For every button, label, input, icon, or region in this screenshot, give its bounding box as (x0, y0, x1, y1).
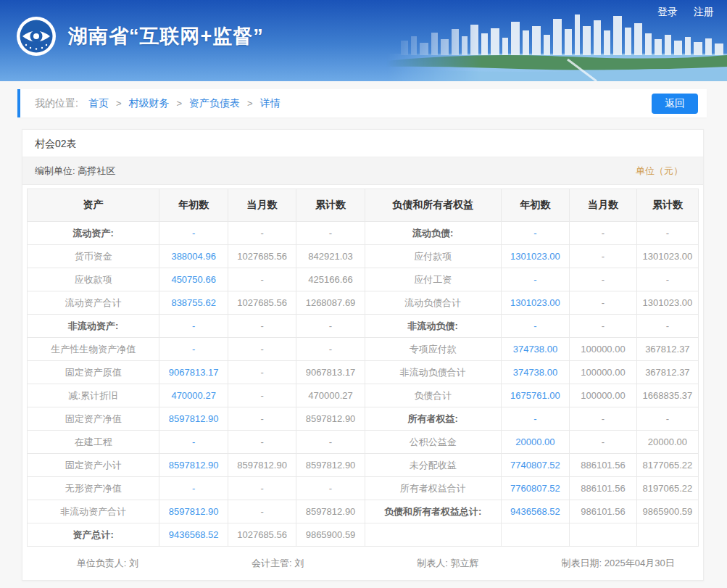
login-link[interactable]: 登录 (657, 6, 678, 17)
breadcrumb-separator: > (176, 98, 182, 109)
table-cell: - (228, 222, 296, 245)
table-cell: 9865900.59 (296, 523, 365, 547)
sheet-footer: 单位负责人: 刘会计主管: 刘制表人: 郭立辉制表日期: 2025年04月30日 (22, 547, 703, 580)
column-header: 资产 (28, 189, 159, 222)
table-cell: 8597812.90 (296, 454, 365, 477)
year-start-value-link[interactable]: - (192, 228, 195, 239)
table-cell: 20000.00 (501, 431, 569, 454)
row-label: 应付工资 (365, 268, 501, 291)
row-label: 负债合计 (365, 384, 501, 407)
table-cell: - (570, 291, 637, 315)
table-row: 流动资产:---流动负债:--- (28, 222, 699, 245)
table-cell: 367812.37 (636, 338, 698, 361)
column-header: 当月数 (570, 189, 637, 222)
row-label: 在建工程 (28, 431, 159, 454)
year-start-value-link[interactable]: 20000.00 (515, 436, 554, 447)
breadcrumb-item-detail[interactable]: 详情 (260, 97, 281, 110)
table-cell: - (570, 407, 637, 431)
table-row: 生产性生物资产净值---专项应付款374738.00100000.0036781… (28, 338, 699, 361)
table-cell: - (159, 222, 228, 245)
table-cell: 9067813.17 (159, 361, 228, 384)
year-start-value-link[interactable]: 838755.62 (171, 297, 215, 308)
year-start-value-link[interactable]: 1675761.00 (510, 390, 560, 401)
breadcrumb: 我的位置: 首页 > 村级财务 > 资产负债表 > 详情 返回 (17, 89, 707, 117)
table-row: 无形资产净值---所有者权益合计7760807.52886101.5681970… (28, 477, 699, 500)
year-start-value-link[interactable]: - (192, 483, 195, 494)
row-label: 流动负债合计 (365, 291, 501, 315)
table-cell: 9436568.52 (501, 500, 569, 523)
table-cell: 9067813.17 (296, 361, 365, 384)
year-start-value-link[interactable]: 8597812.90 (169, 460, 219, 471)
back-button[interactable]: 返回 (652, 94, 698, 114)
table-cell: - (636, 407, 698, 431)
year-start-value-link[interactable]: - (192, 436, 195, 447)
year-start-value-link[interactable]: 7740807.52 (510, 460, 560, 471)
table-cell: - (296, 431, 365, 454)
table-cell: 1301023.00 (636, 245, 698, 268)
year-start-value-link[interactable]: 9436568.52 (169, 529, 219, 540)
table-cell: - (159, 477, 228, 500)
table-cell: 7760807.52 (501, 477, 569, 500)
table-cell: 100000.00 (570, 361, 637, 384)
table-cell: 1027685.56 (228, 245, 296, 268)
table-cell: 8177065.22 (636, 454, 698, 477)
column-header: 累计数 (296, 189, 365, 222)
year-start-value-link[interactable]: - (533, 228, 536, 239)
table-cell: - (228, 268, 296, 291)
table-cell: 8597812.90 (159, 454, 228, 477)
year-start-value-link[interactable]: 8597812.90 (169, 413, 219, 424)
breadcrumb-prefix: 我的位置: (35, 97, 78, 110)
table-cell: 7740807.52 (501, 454, 569, 477)
row-label: 非流动负债: (365, 315, 501, 338)
table-cell: - (501, 268, 569, 291)
row-label: 资产总计: (28, 523, 159, 547)
table-cell: 8597812.90 (296, 407, 365, 431)
row-label: 固定资产净值 (28, 407, 159, 431)
year-start-value-link[interactable]: 388004.96 (171, 251, 215, 262)
year-start-value-link[interactable]: 7760807.52 (510, 483, 560, 494)
breadcrumb-item-balance-sheet[interactable]: 资产负债表 (189, 97, 240, 110)
row-label: 流动负债: (365, 222, 501, 245)
table-cell: - (228, 431, 296, 454)
table-row: 减:累计折旧470000.27-470000.27负债合计1675761.001… (28, 384, 699, 407)
row-label: 固定资产小计 (28, 454, 159, 477)
table-row: 固定资产小计8597812.908597812.908597812.90未分配收… (28, 454, 699, 477)
table-cell: 886101.56 (570, 454, 637, 477)
row-label: 公积公益金 (365, 431, 501, 454)
table-cell: - (501, 407, 569, 431)
year-start-value-link[interactable]: 450750.66 (171, 274, 215, 285)
year-start-value-link[interactable]: - (192, 344, 195, 355)
table-cell (501, 523, 569, 547)
year-start-value-link[interactable]: 374738.00 (513, 344, 557, 355)
year-start-value-link[interactable]: - (192, 320, 195, 331)
table-cell: 8597812.90 (159, 407, 228, 431)
table-cell: 9436568.52 (159, 523, 228, 547)
table-cell: 388004.96 (159, 245, 228, 268)
row-label: 非流动资产合计 (28, 500, 159, 523)
table-cell: 8597812.90 (296, 500, 365, 523)
breadcrumb-item-home[interactable]: 首页 (88, 97, 109, 110)
year-start-value-link[interactable]: 1301023.00 (510, 251, 560, 262)
year-start-value-link[interactable]: 374738.00 (513, 367, 557, 378)
row-label: 所有者权益: (365, 407, 501, 431)
year-start-value-link[interactable]: - (533, 320, 536, 331)
table-cell: - (296, 477, 365, 500)
topbar-links: 登录 注册 (644, 6, 714, 19)
year-start-value-link[interactable]: 9436568.52 (510, 506, 560, 517)
year-start-value-link[interactable]: 8597812.90 (169, 506, 219, 517)
breadcrumb-item-village-finance[interactable]: 村级财务 (128, 97, 169, 110)
table-cell (570, 523, 637, 547)
year-start-value-link[interactable]: 1301023.00 (510, 297, 560, 308)
table-cell: - (228, 384, 296, 407)
register-link[interactable]: 注册 (694, 6, 714, 17)
table-cell: - (159, 338, 228, 361)
breadcrumb-separator: > (116, 98, 122, 109)
table-cell: 1668835.37 (636, 384, 698, 407)
year-start-value-link[interactable]: 9067813.17 (169, 367, 219, 378)
year-start-value-link[interactable]: - (533, 274, 536, 285)
year-start-value-link[interactable]: - (533, 413, 536, 424)
compiling-unit: 编制单位: 高撑社区 (35, 165, 115, 178)
row-label: 固定资产原值 (28, 361, 159, 384)
year-start-value-link[interactable]: 470000.27 (171, 390, 215, 401)
column-header: 当月数 (228, 189, 296, 222)
